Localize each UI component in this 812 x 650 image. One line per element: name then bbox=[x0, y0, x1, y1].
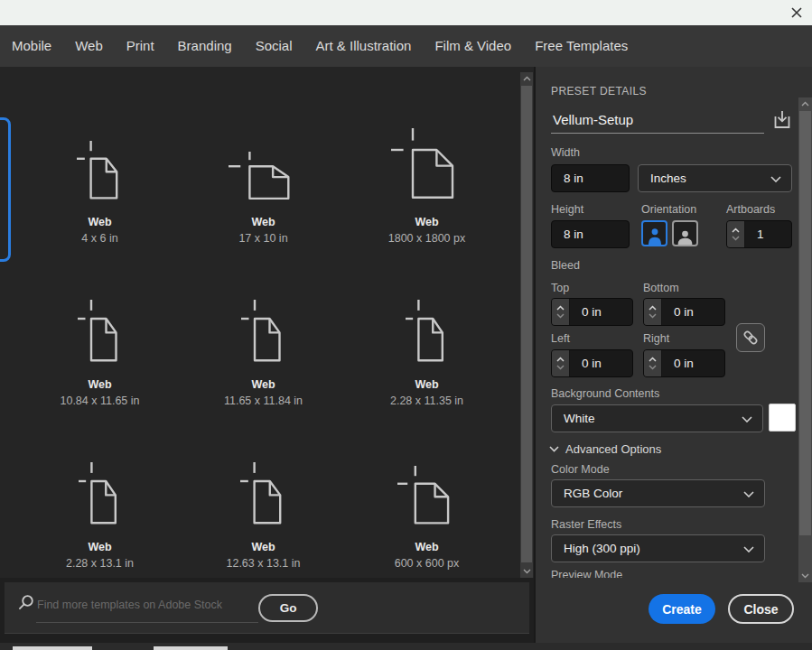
bleed-left-input[interactable]: 0 in bbox=[570, 350, 632, 376]
chevron-down-icon bbox=[743, 542, 754, 555]
document-icon bbox=[79, 424, 122, 525]
bleed-right-arrows[interactable] bbox=[644, 350, 662, 376]
raster-effects-dropdown[interactable]: High (300 ppi) bbox=[551, 534, 765, 562]
category-tabbar: Mobile Web Print Branding Social Art & I… bbox=[0, 25, 812, 67]
tab-print[interactable]: Print bbox=[115, 25, 166, 67]
document-icon bbox=[78, 262, 123, 363]
go-button[interactable]: Go bbox=[258, 594, 318, 622]
tab-free-templates[interactable]: Free Templates bbox=[523, 25, 639, 67]
stock-search-input[interactable] bbox=[37, 590, 261, 618]
template-scrollbar[interactable] bbox=[520, 72, 533, 578]
chevron-down-icon bbox=[549, 446, 559, 452]
document-icon bbox=[240, 424, 287, 525]
tab-social[interactable]: Social bbox=[244, 25, 304, 67]
chevron-down-icon bbox=[742, 412, 752, 425]
preview-mode-label-clipped: Preview Mode bbox=[551, 569, 732, 578]
save-preset-icon[interactable] bbox=[769, 107, 796, 134]
template-size: 2.28 x 13.1 in bbox=[66, 556, 134, 571]
color-mode-value: RGB Color bbox=[564, 487, 622, 500]
raster-effects-label: Raster Effects bbox=[551, 518, 621, 531]
template-size: 12.63 x 13.1 in bbox=[226, 556, 300, 571]
template-grid-area: Web 4 x 6 in Web 17 x 10 in Web 1800 x 1… bbox=[0, 67, 534, 643]
preset-panel-scrollbar[interactable] bbox=[798, 98, 812, 582]
bleed-right-stepper: 0 in bbox=[643, 349, 725, 377]
tab-art-illustration[interactable]: Art & Illustration bbox=[304, 25, 424, 67]
color-mode-dropdown[interactable]: RGB Color bbox=[551, 479, 765, 507]
template-tile[interactable]: Web 10.84 x 11.65 in bbox=[18, 262, 182, 424]
chevron-down-icon bbox=[743, 487, 754, 500]
template-name: Web bbox=[88, 215, 111, 230]
bleed-right-input[interactable]: 0 in bbox=[662, 350, 724, 376]
chevron-up-icon bbox=[556, 357, 565, 362]
document-icon bbox=[391, 99, 463, 200]
tab-branding[interactable]: Branding bbox=[166, 25, 244, 67]
new-document-dialog: Mobile Web Print Branding Social Art & I… bbox=[0, 0, 812, 650]
scroll-down-icon[interactable] bbox=[798, 570, 812, 582]
taskbar-item[interactable] bbox=[13, 646, 92, 650]
chevron-down-icon bbox=[556, 365, 565, 370]
orientation-portrait-button[interactable] bbox=[641, 220, 667, 246]
width-input[interactable]: 8 in bbox=[551, 164, 630, 192]
bleed-bottom-arrows[interactable] bbox=[644, 299, 662, 325]
tab-web[interactable]: Web bbox=[63, 25, 115, 67]
bleed-top-label: Top bbox=[551, 282, 569, 294]
advanced-options-label: Advanced Options bbox=[565, 442, 661, 456]
template-tile[interactable]: Web 4 x 6 in bbox=[18, 99, 182, 262]
template-tile[interactable]: Web 17 x 10 in bbox=[182, 99, 345, 262]
scroll-up-icon[interactable] bbox=[520, 72, 533, 85]
template-tile[interactable]: Web 11.65 x 11.84 in bbox=[182, 262, 345, 424]
advanced-options-toggle[interactable]: Advanced Options bbox=[549, 442, 661, 456]
template-name: Web bbox=[251, 215, 275, 230]
bleed-top-input[interactable]: 0 in bbox=[570, 299, 632, 325]
chevron-up-icon bbox=[732, 228, 740, 233]
link-bleed-values-button[interactable] bbox=[736, 323, 765, 352]
template-tile[interactable]: Web 2.28 x 13.1 in bbox=[18, 424, 182, 587]
bleed-top-arrows[interactable] bbox=[552, 299, 570, 325]
titlebar bbox=[0, 0, 812, 25]
document-icon bbox=[406, 262, 449, 363]
bleed-left-arrows[interactable] bbox=[552, 350, 570, 376]
chevron-up-icon bbox=[649, 305, 657, 311]
template-name: Web bbox=[88, 540, 111, 555]
height-label: Height bbox=[551, 203, 583, 216]
scrollbar-thumb[interactable] bbox=[799, 111, 811, 535]
scroll-down-icon[interactable] bbox=[520, 565, 533, 578]
template-size: 10.84 x 11.65 in bbox=[60, 394, 139, 409]
chevron-down-icon bbox=[649, 313, 657, 319]
template-size: 11.65 x 11.84 in bbox=[224, 394, 303, 409]
artboards-stepper-arrows[interactable] bbox=[727, 221, 745, 247]
close-icon[interactable] bbox=[785, 2, 808, 23]
template-tile[interactable]: Web 2.28 x 11.35 in bbox=[345, 262, 509, 424]
background-contents-dropdown[interactable]: White bbox=[551, 404, 763, 432]
document-name-field[interactable]: Vellum-Setup bbox=[553, 112, 633, 127]
color-mode-label: Color Mode bbox=[551, 463, 610, 476]
bleed-bottom-stepper: 0 in bbox=[643, 298, 725, 326]
chevron-up-icon bbox=[556, 305, 565, 311]
taskbar-item[interactable] bbox=[154, 646, 228, 650]
template-size: 4 x 6 in bbox=[81, 231, 117, 246]
search-icon bbox=[16, 594, 35, 617]
units-value: Inches bbox=[650, 172, 686, 185]
scroll-up-icon[interactable] bbox=[798, 98, 812, 110]
template-size: 2.28 x 11.35 in bbox=[390, 394, 463, 409]
template-tile[interactable]: Web 1800 x 1800 px bbox=[345, 99, 509, 262]
template-name: Web bbox=[415, 540, 438, 555]
tab-film-video[interactable]: Film & Video bbox=[423, 25, 523, 67]
tab-mobile[interactable]: Mobile bbox=[0, 25, 63, 67]
create-button[interactable]: Create bbox=[649, 594, 715, 624]
document-icon bbox=[241, 262, 286, 363]
units-dropdown[interactable]: Inches bbox=[638, 164, 792, 192]
artboards-input[interactable]: 1 bbox=[745, 221, 791, 247]
template-tile[interactable]: Web 12.63 x 13.1 in bbox=[182, 424, 345, 587]
close-button[interactable]: Close bbox=[728, 594, 794, 624]
bleed-left-stepper: 0 in bbox=[551, 349, 633, 377]
template-tile[interactable]: Web 600 x 600 px bbox=[345, 424, 509, 587]
background-color-swatch[interactable] bbox=[769, 404, 796, 432]
height-input[interactable]: 8 in bbox=[551, 220, 630, 248]
scrollbar-thumb[interactable] bbox=[521, 86, 532, 562]
bleed-left-label: Left bbox=[551, 332, 570, 345]
orientation-landscape-button[interactable] bbox=[672, 220, 698, 246]
bleed-bottom-input[interactable]: 0 in bbox=[662, 299, 724, 325]
template-name: Web bbox=[251, 377, 275, 393]
width-label: Width bbox=[551, 146, 580, 159]
